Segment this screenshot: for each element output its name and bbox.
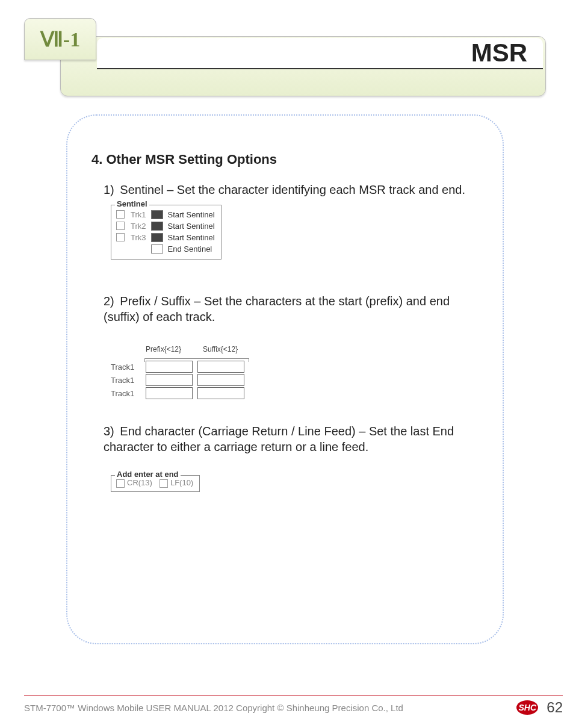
enter-legend: Add enter at end xyxy=(115,470,181,479)
suffix-input xyxy=(197,387,244,399)
sentinel-figure: Sentinel Trk1 Trk2 Trk3 Start Sentin xyxy=(111,205,479,260)
item-number: 2) xyxy=(104,294,114,308)
checkbox-icon xyxy=(116,210,125,219)
page-footer: STM-7700™ Windows Mobile USER MANUAL 201… xyxy=(24,695,563,716)
prefix-figure: Prefix{<12} Suffix{<12} Track1 Track1 xyxy=(111,345,479,404)
enter-opt: LF(10) xyxy=(170,478,193,487)
sentinel-fieldset: Sentinel Trk1 Trk2 Trk3 Start Sentin xyxy=(111,205,221,260)
title-bar: MSR xyxy=(60,36,546,96)
checkbox-icon xyxy=(160,479,168,488)
track-label: Track1 xyxy=(111,362,141,372)
sentinel-legend: Sentinel xyxy=(115,199,149,208)
content-box: 4. Other MSR Setting Options 1) Sentinel… xyxy=(66,114,504,644)
mini-input xyxy=(151,210,163,219)
enter-opt: CR(13) xyxy=(127,478,152,487)
suffix-input xyxy=(197,361,244,373)
track-label: Track1 xyxy=(111,376,141,385)
checkbox-icon xyxy=(116,233,125,241)
item-text: Prefix / Suffix – Set the characters at … xyxy=(104,294,450,323)
chapter-tab-label: Ⅶ-1 xyxy=(40,27,80,51)
list-item: 3) End character (Carriage Return / Line… xyxy=(104,423,479,455)
item-text: Sentinel – Set the character identifying… xyxy=(120,183,465,196)
page-title: MSR xyxy=(471,39,527,67)
sentinel-label: End Sentinel xyxy=(168,244,212,254)
enter-figure: Add enter at end CR(13) LF(10) xyxy=(111,475,479,492)
title-bar-inner: MSR xyxy=(97,38,543,69)
prefix-head: Prefix{<12} xyxy=(146,345,181,353)
shc-logo-text: SHC xyxy=(519,703,537,712)
trk-label: Trk2 xyxy=(131,222,146,231)
sentinel-label: Start Sentinel xyxy=(168,222,215,231)
trk-label: Trk1 xyxy=(131,210,146,219)
suffix-input xyxy=(197,374,244,386)
checkbox-icon xyxy=(116,222,125,230)
mini-input xyxy=(151,222,163,231)
item-text: End character (Carriage Return / Line Fe… xyxy=(104,425,454,453)
prefix-input xyxy=(146,361,193,373)
enter-fieldset: Add enter at end CR(13) LF(10) xyxy=(111,475,200,492)
page-header: MSR Ⅶ-1 xyxy=(24,18,546,90)
prefix-input xyxy=(146,387,193,399)
checkbox-icon xyxy=(116,479,125,488)
suffix-head: Suffix{<12} xyxy=(203,345,238,353)
section-title: 4. Other MSR Setting Options xyxy=(91,152,479,167)
manual-page: MSR Ⅶ-1 4. Other MSR Setting Options 1) … xyxy=(0,0,570,728)
prefix-input xyxy=(146,374,193,386)
track-label: Track1 xyxy=(111,389,141,398)
mini-input xyxy=(151,233,163,242)
page-number: 62 xyxy=(547,699,563,716)
chapter-tab: Ⅶ-1 xyxy=(24,18,96,60)
footer-text: STM-7700™ Windows Mobile USER MANUAL 201… xyxy=(24,703,403,713)
mini-input xyxy=(151,244,163,254)
item-number: 1) xyxy=(104,183,114,196)
item-number: 3) xyxy=(104,425,114,438)
shc-logo: SHC xyxy=(516,700,538,715)
sentinel-label: Start Sentinel xyxy=(168,233,215,242)
list-item: 1) Sentinel – Set the character identify… xyxy=(104,182,479,198)
list-item: 2) Prefix / Suffix – Set the characters … xyxy=(104,293,479,325)
sentinel-label: Start Sentinel xyxy=(168,210,215,219)
trk-label: Trk3 xyxy=(131,233,146,242)
